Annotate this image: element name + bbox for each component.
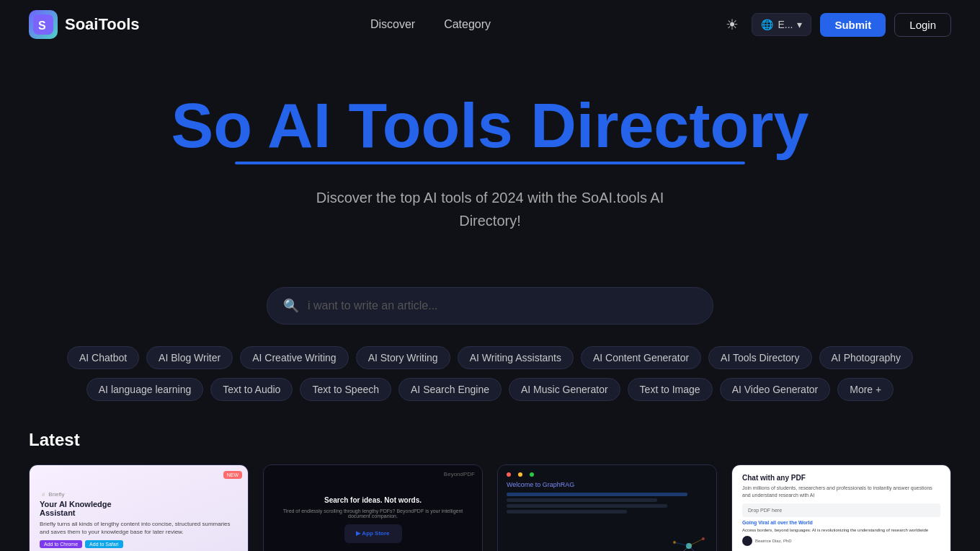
- tags-section: AI Chatbot AI Blog Writer AI Creative Wr…: [0, 346, 980, 401]
- tag-text-to-image[interactable]: Text to Image: [628, 378, 713, 401]
- lang-label: E...: [778, 19, 793, 30]
- nav-center: Discover Category: [370, 18, 491, 31]
- card-2-image: BeyondPDF Search for ideas. Not words. T…: [264, 465, 482, 551]
- tag-more[interactable]: More +: [837, 378, 894, 401]
- tag-text-to-speech[interactable]: Text to Speech: [300, 378, 391, 401]
- search-container: 🔍: [267, 287, 713, 325]
- navbar: S SoaiTools Discover Category ☀ 🌐 E... ▾…: [0, 0, 980, 49]
- login-button[interactable]: Login: [894, 13, 951, 37]
- card-3-image: Welcome to GraphRAG: [498, 465, 716, 551]
- svg-line-10: [689, 539, 703, 546]
- latest-title: Latest: [29, 430, 951, 450]
- hero-title: So AI Tools Directory: [171, 92, 808, 164]
- submit-button[interactable]: Submit: [820, 13, 886, 37]
- latest-section: Latest ◽ Briefly Your AI KnowledgeAssist…: [0, 401, 980, 551]
- language-selector-button[interactable]: 🌐 E... ▾: [752, 13, 811, 36]
- card-1-image: ◽ Briefly Your AI KnowledgeAssistant Bri…: [30, 465, 248, 551]
- search-icon: 🔍: [283, 298, 299, 314]
- tag-ai-story-writing[interactable]: AI Story Writing: [356, 346, 450, 369]
- card-4[interactable]: Chat with any PDF Join millions of stude…: [731, 464, 951, 551]
- nav-right: ☀ 🌐 E... ▾ Submit Login: [721, 12, 951, 38]
- tags-row-2: AI language learning Text to Audio Text …: [86, 378, 894, 401]
- tag-ai-chatbot[interactable]: AI Chatbot: [67, 346, 139, 369]
- tag-ai-photography[interactable]: AI Photography: [819, 346, 914, 369]
- search-box: 🔍: [267, 287, 713, 325]
- tag-ai-video-generator[interactable]: AI Video Generator: [720, 378, 831, 401]
- tag-ai-tools-directory[interactable]: AI Tools Directory: [708, 346, 811, 369]
- brand: S SoaiTools: [29, 10, 140, 39]
- tag-ai-writing-assistants[interactable]: AI Writing Assistants: [458, 346, 574, 369]
- cards-grid: ◽ Briefly Your AI KnowledgeAssistant Bri…: [29, 464, 951, 551]
- logo-icon: S: [29, 10, 58, 39]
- tag-ai-content-generator[interactable]: AI Content Generator: [581, 346, 701, 369]
- tag-ai-creative-writing[interactable]: AI Creative Writing: [240, 346, 348, 369]
- sun-icon: ☀: [726, 17, 739, 32]
- svg-text:S: S: [38, 19, 46, 32]
- card-1[interactable]: ◽ Briefly Your AI KnowledgeAssistant Bri…: [29, 464, 249, 551]
- tag-ai-blog-writer[interactable]: AI Blog Writer: [146, 346, 233, 369]
- flag-icon: 🌐: [761, 19, 773, 30]
- card-3[interactable]: Welcome to GraphRAG: [497, 464, 717, 551]
- hero-subtitle: Discover the top AI tools of 2024 with t…: [29, 186, 951, 232]
- nav-category[interactable]: Category: [444, 18, 491, 31]
- hero-section: So AI Tools Directory Discover the top A…: [0, 49, 980, 261]
- chevron-down-icon: ▾: [797, 19, 802, 30]
- nav-discover[interactable]: Discover: [370, 18, 415, 31]
- tag-ai-search-engine[interactable]: AI Search Engine: [398, 378, 502, 401]
- card-2[interactable]: BeyondPDF Search for ideas. Not words. T…: [263, 464, 483, 551]
- tags-row-1: AI Chatbot AI Blog Writer AI Creative Wr…: [67, 346, 913, 369]
- tag-text-to-audio[interactable]: Text to Audio: [210, 378, 293, 401]
- search-input[interactable]: [308, 299, 697, 312]
- tag-ai-language-learning[interactable]: AI language learning: [86, 378, 203, 401]
- brand-name: SoaiTools: [65, 15, 140, 34]
- tag-ai-music-generator[interactable]: AI Music Generator: [509, 378, 620, 401]
- theme-toggle-button[interactable]: ☀: [721, 12, 743, 38]
- card-4-image: Chat with any PDF Join millions of stude…: [732, 465, 950, 551]
